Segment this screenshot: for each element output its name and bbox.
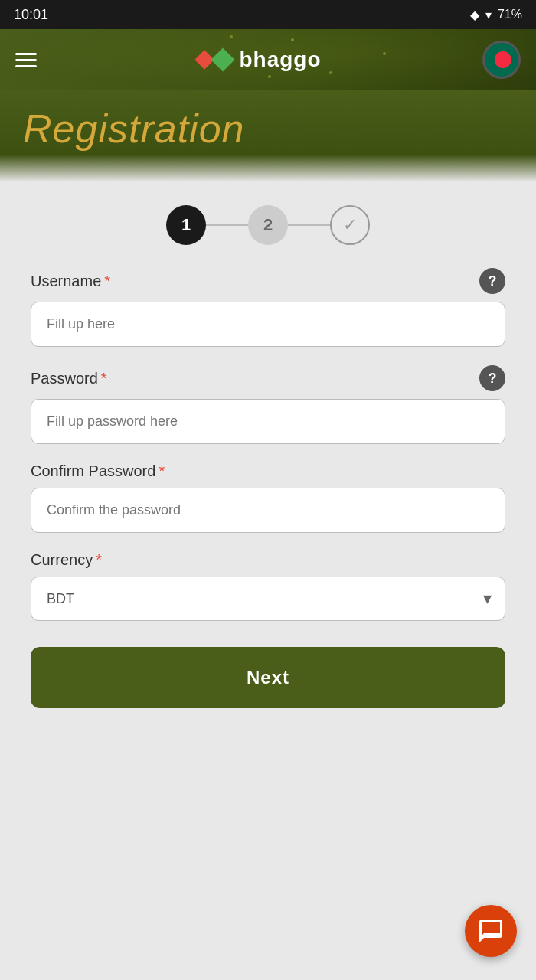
currency-label: Currency* [31,551,102,569]
currency-field-group: Currency* BDT USD EUR ▾ [31,551,505,621]
username-label: Username* [31,273,110,290]
password-label: Password* [31,370,107,387]
status-icons: ◆ ▾ 71% [470,8,522,22]
password-field-group: Password* ? [31,365,505,444]
username-help-icon[interactable]: ? [479,268,505,294]
step-done: ✓ [330,205,370,245]
next-button[interactable]: Next [31,647,505,708]
step-1: 1 [166,205,206,245]
username-field-group: Username* ? [31,268,505,347]
username-input[interactable] [31,302,505,347]
title-area: Registration [0,90,536,182]
confirm-password-field-group: Confirm Password* [31,462,505,533]
chat-icon [477,917,505,945]
wifi-icon: ▾ [485,8,492,22]
logo-diamonds [198,51,231,68]
password-input[interactable] [31,399,505,444]
step-indicator: 1 2 ✓ [0,205,536,245]
currency-label-row: Currency* [31,551,505,569]
form-area: Username* ? Password* ? Confirm Password… [0,260,536,739]
step-2: 2 [248,205,288,245]
password-help-icon[interactable]: ? [479,365,505,391]
confirm-password-input[interactable] [31,488,505,533]
checkmark-icon: ✓ [343,215,357,235]
currency-select-wrapper: BDT USD EUR ▾ [31,577,505,621]
flag-icon[interactable] [482,41,521,79]
username-label-row: Username* ? [31,268,505,294]
hamburger-menu[interactable] [15,53,37,67]
signal-icon: ◆ [470,8,479,22]
currency-select[interactable]: BDT USD EUR [31,577,505,621]
page-title: Registration [23,106,513,152]
status-bar: 10:01 ◆ ▾ 71% [0,0,536,29]
diamond-right-icon [211,47,235,71]
step-line-1 [206,224,248,226]
time-display: 10:01 [14,7,48,23]
password-label-row: Password* ? [31,365,505,391]
chat-fab-button[interactable] [465,905,517,957]
battery-icon: 71% [498,8,522,21]
logo-text: bhaggo [239,47,321,72]
confirm-password-label-row: Confirm Password* [31,462,505,480]
step-line-2 [288,224,330,226]
navbar: bhaggo [0,29,536,90]
logo: bhaggo [198,47,321,72]
confirm-password-label: Confirm Password* [31,462,165,480]
